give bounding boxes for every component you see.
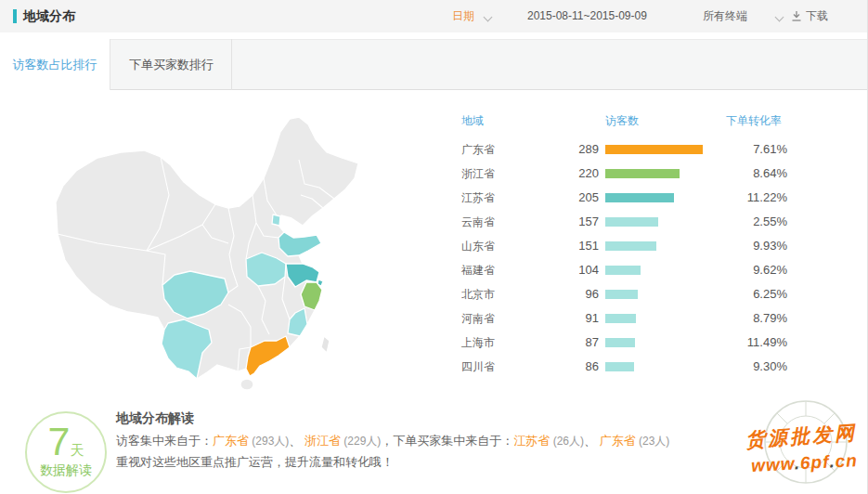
terminal-filter[interactable]: 所有终端 <box>703 0 747 32</box>
visitor-count-note: (26人) <box>550 435 584 448</box>
visitor-count: 205 <box>525 186 599 210</box>
visitor-bar <box>605 241 656 251</box>
page-title: 地域分布 <box>23 8 75 25</box>
insight-text: 访客集中来自于： <box>116 434 213 448</box>
column-header-conversion: 下单转化率 <box>726 111 782 130</box>
visitor-count-note: (293人) <box>249 435 289 448</box>
conversion-value: 6.25% <box>706 282 787 306</box>
table-row: 浙江省2208.64% <box>0 162 868 186</box>
province-link[interactable]: 江苏省 <box>513 434 550 448</box>
insight-heading: 地域分布解读 <box>116 410 194 427</box>
insight-text: ，下单买家集中来自于： <box>381 434 513 448</box>
site-watermark: 货源批发网 www.6pf.cn <box>738 409 868 494</box>
conversion-value: 9.62% <box>706 258 787 282</box>
download-icon <box>791 10 802 22</box>
conversion-value: 11.22% <box>706 186 787 210</box>
visitor-count: 96 <box>525 282 599 306</box>
table-row: 广东省2897.61% <box>0 137 868 162</box>
conversion-value: 8.79% <box>706 306 787 331</box>
panel-header: 地域分布 日期 2015-08-11~2015-09-09 所有终端 下载 <box>0 0 868 32</box>
visitor-bar <box>605 338 635 347</box>
visitor-bar <box>605 362 634 371</box>
title-accent-bar <box>13 9 17 23</box>
table-row: 云南省1572.55% <box>0 210 868 234</box>
insight-text: 、 <box>584 434 600 448</box>
visitor-count: 151 <box>525 234 599 258</box>
visitor-bar <box>605 193 674 202</box>
visitor-count: 157 <box>525 210 599 234</box>
tab-buyer-ranking[interactable]: 下单买家数排行 <box>111 39 232 90</box>
visitor-bar <box>605 217 658 227</box>
chevron-down-icon[interactable] <box>484 13 493 22</box>
table-row: 北京市966.25% <box>0 282 868 306</box>
download-button[interactable]: 下载 <box>791 0 828 32</box>
insight-line1: 访客集中来自于：广东省 (293人)、 浙江省 (229人)，下单买家集中来自于… <box>116 433 669 449</box>
column-header-visitors: 访客数 <box>605 111 639 130</box>
table-row: 河南省918.79% <box>0 306 868 331</box>
table-row: 四川省869.30% <box>0 355 868 379</box>
visitor-bar <box>605 314 636 323</box>
badge-days-unit: 天 <box>70 442 84 458</box>
visitor-bar <box>605 145 703 154</box>
download-label: 下载 <box>806 0 828 32</box>
conversion-value: 9.30% <box>706 355 787 379</box>
chevron-down-icon[interactable] <box>775 13 784 22</box>
table-row: 上海市8711.49% <box>0 331 868 355</box>
visitor-count-note: (23人) <box>636 435 670 448</box>
seven-day-badge: 7天 数据解读 <box>25 411 107 493</box>
insight-line2: 重视对这些地区重点推广运营，提升流量和转化哦！ <box>116 454 394 471</box>
table-row: 山东省1519.93% <box>0 234 868 258</box>
visitor-count: 86 <box>525 355 599 379</box>
province-link[interactable]: 广东省 <box>600 434 636 448</box>
badge-days-number: 7 <box>48 419 71 463</box>
province-link[interactable]: 广东省 <box>213 434 249 448</box>
map-island-hainan <box>240 379 253 390</box>
column-header-region: 地域 <box>461 111 484 130</box>
badge-caption: 数据解读 <box>27 462 105 479</box>
date-range-value: 2015-08-11~2015-09-09 <box>527 0 647 32</box>
visitor-count: 104 <box>525 258 599 282</box>
region-table-body: 广东省2897.61%浙江省2208.64%江苏省20511.22%云南省157… <box>0 137 868 379</box>
insight-text: 、 <box>289 434 304 448</box>
visitor-count: 87 <box>525 331 599 355</box>
regional-distribution-panel: 地域分布 日期 2015-08-11~2015-09-09 所有终端 下载 访客… <box>0 0 868 494</box>
visitor-bar <box>605 266 641 275</box>
visitor-count: 289 <box>525 137 599 162</box>
table-row: 江苏省20511.22% <box>0 186 868 210</box>
conversion-value: 7.61% <box>706 137 787 162</box>
date-filter[interactable]: 日期 <box>452 0 474 32</box>
tabstrip: 访客数占比排行 下单买家数排行 <box>0 39 868 90</box>
visitor-count-note: (229人) <box>341 435 381 448</box>
conversion-value: 11.49% <box>706 331 787 355</box>
tab-visitor-ranking[interactable]: 访客数占比排行 <box>0 39 110 90</box>
visitor-bar <box>605 169 680 178</box>
visitor-count: 91 <box>525 306 599 331</box>
visitor-count: 220 <box>525 162 599 186</box>
table-row: 福建省1049.62% <box>0 258 868 282</box>
visitor-bar <box>605 290 638 299</box>
conversion-value: 2.55% <box>706 210 787 234</box>
conversion-value: 8.64% <box>706 162 787 186</box>
conversion-value: 9.93% <box>706 234 787 258</box>
title-wrap: 地域分布 <box>13 0 75 32</box>
province-link[interactable]: 浙江省 <box>304 434 341 448</box>
